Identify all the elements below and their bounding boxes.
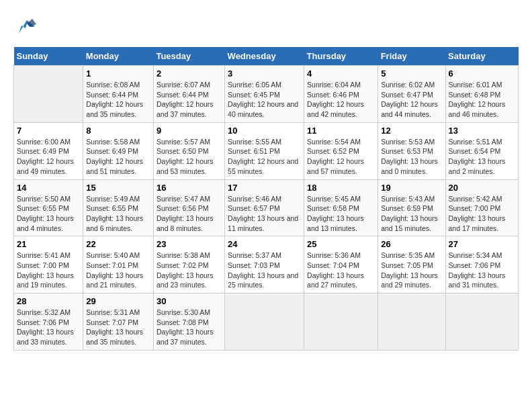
sunset-text: Sunset: 7:07 PM — [86, 318, 138, 326]
day-number: 3 — [228, 68, 301, 79]
daylight-text: Daylight: 12 hours and 46 minutes. — [449, 100, 506, 118]
sunset-text: Sunset: 6:55 PM — [17, 204, 69, 212]
calendar-cell: 28 Sunrise: 5:32 AM Sunset: 7:06 PM Dayl… — [14, 293, 83, 351]
day-info: Sunrise: 5:38 AM Sunset: 7:02 PM Dayligh… — [157, 250, 222, 290]
daylight-text: Daylight: 13 hours and 0 minutes. — [381, 157, 438, 175]
daylight-text: Daylight: 12 hours and 55 minutes. — [228, 157, 298, 175]
calendar-week-5: 28 Sunrise: 5:32 AM Sunset: 7:06 PM Dayl… — [14, 293, 519, 351]
sunset-text: Sunset: 6:58 PM — [307, 204, 359, 212]
day-info: Sunrise: 5:47 AM Sunset: 6:56 PM Dayligh… — [157, 194, 222, 234]
day-number: 7 — [17, 126, 80, 136]
sunset-text: Sunset: 6:47 PM — [381, 91, 433, 99]
day-number: 2 — [157, 68, 222, 79]
daylight-text: Daylight: 13 hours and 8 minutes. — [157, 214, 214, 232]
day-info: Sunrise: 6:05 AM Sunset: 6:45 PM Dayligh… — [228, 80, 301, 120]
day-number: 16 — [157, 183, 222, 193]
sunrise-text: Sunrise: 5:38 AM — [157, 251, 210, 259]
sunset-text: Sunset: 6:53 PM — [381, 147, 433, 155]
day-info: Sunrise: 5:40 AM Sunset: 7:01 PM Dayligh… — [86, 250, 150, 290]
day-info: Sunrise: 5:58 AM Sunset: 6:49 PM Dayligh… — [86, 137, 150, 177]
calendar-week-1: 1 Sunrise: 6:08 AM Sunset: 6:44 PM Dayli… — [14, 66, 519, 123]
daylight-text: Daylight: 13 hours and 31 minutes. — [449, 271, 506, 289]
day-number: 20 — [449, 183, 515, 193]
calendar-cell — [378, 293, 445, 351]
day-number: 21 — [17, 239, 80, 249]
sunset-text: Sunset: 6:52 PM — [307, 147, 359, 155]
day-info: Sunrise: 5:36 AM Sunset: 7:04 PM Dayligh… — [307, 250, 375, 290]
day-info: Sunrise: 5:45 AM Sunset: 6:58 PM Dayligh… — [307, 194, 375, 234]
calendar-week-2: 7 Sunrise: 6:00 AM Sunset: 6:49 PM Dayli… — [14, 122, 519, 179]
sunset-text: Sunset: 6:56 PM — [157, 204, 209, 212]
calendar-cell — [14, 66, 83, 123]
calendar-cell — [304, 293, 378, 351]
calendar-cell: 17 Sunrise: 5:46 AM Sunset: 6:57 PM Dayl… — [225, 179, 304, 236]
sunrise-text: Sunrise: 5:32 AM — [17, 308, 71, 316]
sunrise-text: Sunrise: 6:02 AM — [381, 81, 435, 89]
day-number: 22 — [86, 239, 150, 249]
col-header-wednesday: Wednesday — [225, 47, 304, 66]
calendar-cell: 18 Sunrise: 5:45 AM Sunset: 6:58 PM Dayl… — [304, 179, 378, 236]
daylight-text: Daylight: 12 hours and 49 minutes. — [17, 157, 74, 175]
day-info: Sunrise: 5:43 AM Sunset: 6:59 PM Dayligh… — [381, 194, 442, 234]
day-number: 23 — [157, 239, 222, 249]
sunset-text: Sunset: 6:44 PM — [157, 91, 209, 99]
calendar-cell: 29 Sunrise: 5:31 AM Sunset: 7:07 PM Dayl… — [83, 293, 154, 351]
day-info: Sunrise: 5:41 AM Sunset: 7:00 PM Dayligh… — [17, 250, 80, 290]
daylight-text: Daylight: 12 hours and 40 minutes. — [228, 100, 298, 118]
sunset-text: Sunset: 7:04 PM — [307, 261, 359, 269]
sunrise-text: Sunrise: 5:57 AM — [157, 138, 210, 146]
calendar-cell: 7 Sunrise: 6:00 AM Sunset: 6:49 PM Dayli… — [14, 122, 83, 179]
sunset-text: Sunset: 6:57 PM — [228, 204, 280, 212]
col-header-thursday: Thursday — [304, 47, 378, 66]
col-header-friday: Friday — [378, 47, 445, 66]
day-number: 5 — [381, 68, 442, 79]
day-number: 26 — [381, 239, 442, 249]
day-info: Sunrise: 5:57 AM Sunset: 6:50 PM Dayligh… — [157, 137, 222, 177]
sunset-text: Sunset: 7:01 PM — [86, 261, 138, 269]
day-number: 15 — [86, 183, 150, 193]
calendar-cell: 19 Sunrise: 5:43 AM Sunset: 6:59 PM Dayl… — [378, 179, 445, 236]
day-number: 24 — [228, 239, 301, 249]
daylight-text: Daylight: 12 hours and 57 minutes. — [307, 157, 364, 175]
day-number: 19 — [381, 183, 442, 193]
day-info: Sunrise: 6:07 AM Sunset: 6:44 PM Dayligh… — [157, 80, 222, 120]
calendar-cell: 8 Sunrise: 5:58 AM Sunset: 6:49 PM Dayli… — [83, 122, 154, 179]
sunset-text: Sunset: 7:06 PM — [449, 261, 501, 269]
day-info: Sunrise: 5:35 AM Sunset: 7:05 PM Dayligh… — [381, 250, 442, 290]
day-number: 11 — [307, 126, 375, 136]
day-number: 1 — [86, 68, 150, 79]
day-info: Sunrise: 6:00 AM Sunset: 6:49 PM Dayligh… — [17, 137, 80, 177]
daylight-text: Daylight: 13 hours and 17 minutes. — [449, 214, 506, 232]
day-number: 30 — [157, 296, 222, 306]
sunrise-text: Sunrise: 5:55 AM — [228, 138, 281, 146]
calendar-cell — [445, 293, 518, 351]
day-info: Sunrise: 5:50 AM Sunset: 6:55 PM Dayligh… — [17, 194, 80, 234]
day-info: Sunrise: 5:32 AM Sunset: 7:06 PM Dayligh… — [17, 308, 80, 347]
sunrise-text: Sunrise: 5:47 AM — [157, 195, 210, 203]
day-number: 4 — [307, 68, 375, 79]
sunrise-text: Sunrise: 6:00 AM — [17, 138, 71, 146]
col-header-sunday: Sunday — [14, 47, 83, 66]
sunrise-text: Sunrise: 5:51 AM — [449, 138, 502, 146]
day-number: 27 — [449, 239, 515, 249]
sunrise-text: Sunrise: 5:58 AM — [86, 138, 140, 146]
day-number: 8 — [86, 126, 150, 136]
calendar-week-4: 21 Sunrise: 5:41 AM Sunset: 7:00 PM Dayl… — [14, 236, 519, 293]
calendar-cell: 21 Sunrise: 5:41 AM Sunset: 7:00 PM Dayl… — [14, 236, 83, 293]
daylight-text: Daylight: 13 hours and 6 minutes. — [86, 214, 143, 232]
sunrise-text: Sunrise: 5:53 AM — [381, 138, 435, 146]
sunset-text: Sunset: 7:08 PM — [157, 318, 209, 326]
col-header-saturday: Saturday — [445, 47, 518, 66]
day-number: 10 — [228, 126, 301, 136]
sunset-text: Sunset: 7:06 PM — [17, 318, 69, 326]
daylight-text: Daylight: 13 hours and 2 minutes. — [449, 157, 506, 175]
daylight-text: Daylight: 13 hours and 13 minutes. — [307, 214, 364, 232]
sunset-text: Sunset: 6:44 PM — [86, 91, 138, 99]
calendar-cell: 9 Sunrise: 5:57 AM Sunset: 6:50 PM Dayli… — [153, 122, 224, 179]
sunrise-text: Sunrise: 6:05 AM — [228, 81, 281, 89]
day-number: 28 — [17, 296, 80, 306]
page-header — [13, 13, 519, 40]
calendar-cell: 4 Sunrise: 6:04 AM Sunset: 6:46 PM Dayli… — [304, 66, 378, 123]
daylight-text: Daylight: 12 hours and 37 minutes. — [157, 100, 214, 118]
day-number: 13 — [449, 126, 515, 136]
